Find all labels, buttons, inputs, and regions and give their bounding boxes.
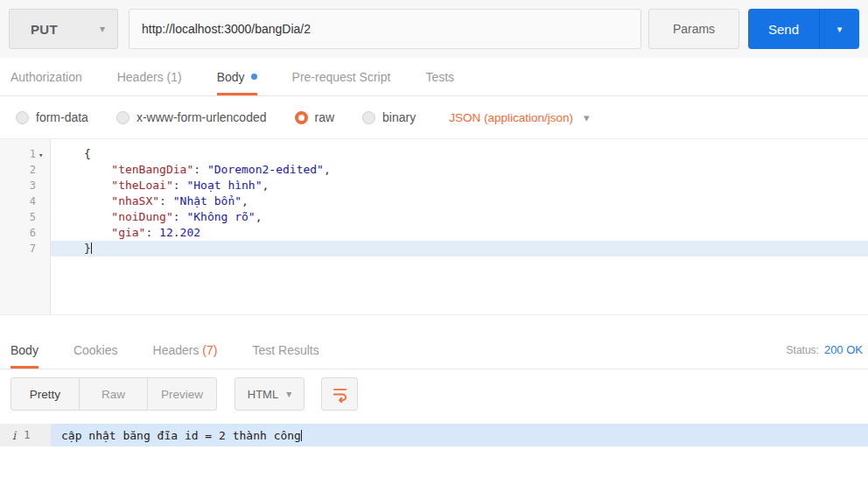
code-line[interactable]: { bbox=[51, 146, 868, 162]
response-body-viewer: i 1 cập nhật băng đĩa id = 2 thành công bbox=[0, 424, 868, 446]
radio-binary[interactable]: binary bbox=[362, 110, 416, 124]
button-label: Pretty bbox=[30, 388, 60, 401]
radio-circle-icon bbox=[362, 111, 375, 124]
line-number: 5 bbox=[0, 211, 36, 223]
method-label: PUT bbox=[31, 22, 58, 37]
chevron-down-icon: ▾ bbox=[100, 24, 105, 34]
params-button[interactable]: Params bbox=[648, 9, 739, 49]
method-select[interactable]: PUT ▾ bbox=[9, 9, 118, 49]
request-tabs: Authorization Headers (1) Body Pre-reque… bbox=[0, 58, 868, 96]
code-line[interactable]: "noiDung": "Không rõ", bbox=[51, 209, 868, 225]
pretty-button[interactable]: Pretty bbox=[11, 378, 80, 410]
format-label: HTML bbox=[248, 388, 278, 401]
tab-label: Headers (1) bbox=[117, 70, 182, 84]
text-cursor bbox=[91, 243, 93, 254]
code-line[interactable]: "theLoai": "Hoạt hình", bbox=[51, 178, 868, 193]
code-colon: : bbox=[159, 194, 173, 207]
radio-label: binary bbox=[382, 110, 416, 124]
radio-form-data[interactable]: form-data bbox=[16, 110, 88, 124]
text-cursor bbox=[301, 430, 303, 441]
line-number: 4 bbox=[0, 195, 36, 207]
radio-label: x-www-form-urlencoded bbox=[136, 110, 267, 124]
chevron-down-icon: ▾ bbox=[286, 389, 291, 399]
code-key: "gia" bbox=[111, 226, 145, 239]
tab-label: Body bbox=[217, 70, 245, 84]
code-line[interactable]: "nhaSX": "Nhật bổn", bbox=[51, 193, 868, 209]
code-value: 12.202 bbox=[159, 226, 200, 239]
tab-label: Headers bbox=[153, 343, 203, 357]
button-label: Preview bbox=[161, 388, 203, 401]
code-indent bbox=[84, 194, 111, 207]
radio-label: raw bbox=[315, 110, 335, 124]
content-type-select[interactable]: JSON (application/json) ▾ bbox=[449, 111, 589, 124]
code-line-active[interactable]: } bbox=[51, 241, 868, 257]
radio-x-www-form-urlencoded[interactable]: x-www-form-urlencoded bbox=[116, 110, 267, 124]
code-line[interactable]: "gia": 12.202 bbox=[51, 225, 868, 241]
response-toolbar: Pretty Raw Preview HTML ▾ bbox=[0, 369, 868, 418]
tab-response-body[interactable]: Body bbox=[10, 331, 38, 369]
line-number: 1 bbox=[24, 429, 30, 441]
code-comma: , bbox=[324, 163, 331, 176]
radio-selected-icon bbox=[295, 111, 308, 124]
code-indent bbox=[84, 226, 111, 239]
line-number: 6 bbox=[0, 227, 36, 239]
code-key: "nhaSX" bbox=[111, 194, 159, 207]
code-comma: , bbox=[242, 194, 248, 207]
line-number: 3 bbox=[0, 179, 36, 192]
tab-label: Authorization bbox=[10, 70, 82, 84]
status-badge: 200 OK bbox=[824, 343, 863, 356]
radio-circle-icon bbox=[16, 111, 29, 124]
code-line[interactable]: "tenBangDia": "Doremon2-edited", bbox=[51, 162, 868, 178]
tab-headers[interactable]: Headers (1) bbox=[117, 58, 182, 95]
wrap-text-icon bbox=[332, 386, 347, 403]
code-indent bbox=[84, 210, 111, 223]
response-gutter: i 1 bbox=[0, 424, 51, 446]
code-key: "theLoai" bbox=[111, 179, 172, 192]
button-label: Raw bbox=[102, 388, 125, 401]
headers-count-badge: (7) bbox=[202, 343, 217, 357]
raw-button[interactable]: Raw bbox=[80, 378, 148, 410]
params-label: Params bbox=[673, 22, 715, 36]
tab-label: Cookies bbox=[74, 343, 118, 357]
code-key: "tenBangDia" bbox=[111, 163, 193, 176]
tab-response-headers[interactable]: Headers (7) bbox=[153, 331, 218, 369]
response-format-select[interactable]: HTML ▾ bbox=[234, 377, 304, 411]
tab-pre-request-script[interactable]: Pre-request Script bbox=[292, 58, 391, 95]
tab-label: Test Results bbox=[252, 343, 318, 357]
tab-test-results[interactable]: Test Results bbox=[252, 331, 318, 369]
view-mode-group: Pretty Raw Preview bbox=[10, 377, 217, 411]
code-value: "Không rõ" bbox=[186, 210, 255, 223]
line-number: 1 bbox=[0, 148, 36, 160]
gutter-line: 2 bbox=[0, 162, 50, 178]
tab-tests[interactable]: Tests bbox=[425, 58, 454, 95]
tab-label: Body bbox=[10, 343, 38, 357]
chevron-down-icon: ▾ bbox=[584, 112, 590, 123]
body-type-selector: form-data x-www-form-urlencoded raw bina… bbox=[0, 96, 868, 138]
tab-cookies[interactable]: Cookies bbox=[74, 331, 118, 369]
tab-label: Pre-request Script bbox=[292, 70, 391, 84]
response-text: cập nhật băng đĩa id = 2 thành công bbox=[61, 429, 301, 442]
request-url-bar: PUT ▾ Params Send ▾ bbox=[0, 0, 868, 58]
tab-body[interactable]: Body bbox=[217, 58, 257, 95]
send-options-button[interactable]: ▾ bbox=[819, 9, 859, 49]
fold-arrow-icon[interactable]: ▾ bbox=[38, 151, 43, 159]
request-body-editor: 1▾ 2 3 4 5 6 7 { "tenBangDia": "Doremon2… bbox=[0, 138, 868, 315]
gutter-line: 7 bbox=[0, 241, 50, 257]
gutter-line: 5 bbox=[0, 209, 50, 225]
line-number: 7 bbox=[0, 243, 36, 255]
tab-authorization[interactable]: Authorization bbox=[10, 58, 82, 95]
code-comma: , bbox=[256, 210, 262, 223]
send-button[interactable]: Send bbox=[748, 9, 819, 49]
info-icon: i bbox=[12, 429, 16, 442]
content-type-label: JSON (application/json) bbox=[449, 111, 573, 124]
editor-content[interactable]: { "tenBangDia": "Doremon2-edited", "theL… bbox=[51, 139, 868, 314]
code-comma: , bbox=[262, 179, 270, 192]
url-input[interactable] bbox=[129, 9, 641, 49]
editor-gutter: 1▾ 2 3 4 5 6 7 bbox=[0, 139, 51, 314]
radio-raw[interactable]: raw bbox=[295, 110, 335, 124]
preview-button[interactable]: Preview bbox=[148, 378, 216, 410]
response-line[interactable]: cập nhật băng đĩa id = 2 thành công bbox=[51, 424, 868, 446]
code-brace: { bbox=[84, 147, 91, 160]
wrap-text-button[interactable] bbox=[321, 377, 358, 411]
code-colon: : bbox=[193, 163, 207, 176]
